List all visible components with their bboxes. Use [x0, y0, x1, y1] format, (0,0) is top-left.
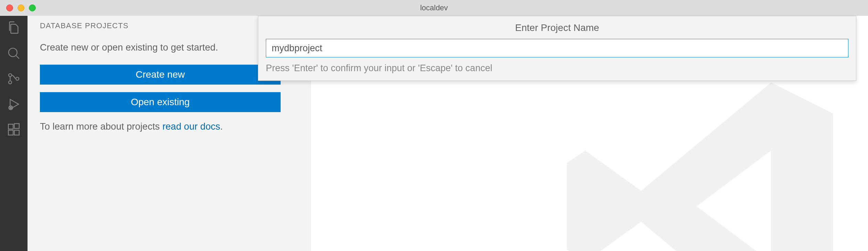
source-control-icon[interactable] — [7, 72, 21, 86]
read-our-docs-link[interactable]: read our docs — [162, 121, 220, 132]
learn-suffix: . — [220, 121, 223, 132]
svg-rect-5 — [8, 124, 13, 129]
learn-prefix: To learn more about projects — [40, 121, 162, 132]
run-debug-icon[interactable] — [7, 97, 21, 111]
learn-more-text: To learn more about projects read our do… — [40, 120, 281, 133]
svg-point-1 — [9, 74, 12, 77]
svg-point-2 — [9, 81, 12, 84]
search-icon[interactable] — [7, 46, 21, 61]
traffic-lights — [0, 4, 36, 11]
extensions-icon[interactable] — [7, 122, 21, 137]
svg-rect-6 — [8, 130, 13, 135]
svg-rect-7 — [14, 130, 19, 135]
open-existing-button[interactable]: Open existing — [40, 92, 281, 112]
vscode-watermark-icon — [548, 52, 858, 251]
quick-input-hint: Press 'Enter' to confirm your input or '… — [258, 61, 856, 80]
minimize-window-button[interactable] — [18, 4, 24, 11]
svg-point-0 — [9, 48, 17, 57]
svg-rect-8 — [14, 124, 19, 129]
create-new-button[interactable]: Create new — [40, 65, 281, 85]
close-window-button[interactable] — [6, 4, 13, 11]
maximize-window-button[interactable] — [29, 4, 36, 11]
window-titlebar: localdev — [0, 0, 868, 16]
quick-input-title: Enter Project Name — [258, 16, 856, 39]
project-name-input[interactable] — [266, 39, 848, 57]
explorer-icon[interactable] — [7, 21, 21, 35]
window-title: localdev — [420, 3, 448, 12]
sidebar-title: DATABASE PROJECTS — [40, 21, 274, 30]
svg-point-3 — [16, 77, 19, 80]
activity-bar — [0, 16, 28, 251]
quick-input-panel: Enter Project Name Press 'Enter' to conf… — [258, 16, 856, 81]
